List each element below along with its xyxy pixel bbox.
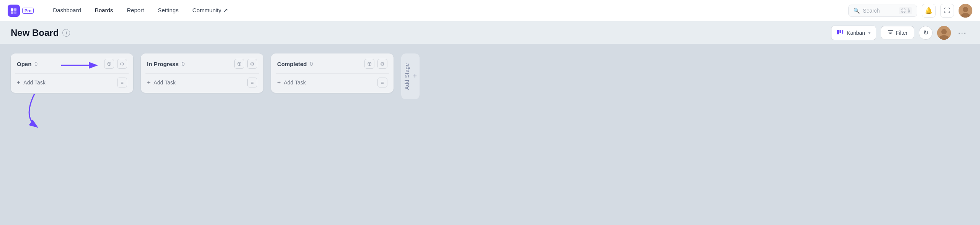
svg-point-5: [963, 7, 968, 12]
board-area: Open 0 ⊕ ⚙ + Add Task ≡ In Progress 0: [0, 44, 980, 225]
add-task-icon-button-in-progress[interactable]: ⊕: [234, 59, 244, 69]
svg-rect-9: [842, 30, 843, 34]
more-options-button[interactable]: ···: [956, 26, 969, 40]
app-logo[interactable]: [8, 5, 20, 17]
gear-icon: ⚙: [380, 61, 385, 67]
column-count-completed: 0: [310, 61, 313, 67]
plus-icon: +: [413, 72, 417, 80]
task-list-icon[interactable]: ≡: [117, 78, 127, 87]
add-stage-label: Add Stage: [404, 63, 410, 90]
add-task-left: + Add Task: [17, 79, 46, 86]
list-icon: ≡: [251, 80, 254, 86]
svg-rect-3: [14, 11, 16, 13]
column-title-completed: Completed: [277, 61, 307, 67]
column-header-completed: Completed 0 ⊕ ⚙: [271, 53, 394, 73]
gear-icon: ⚙: [120, 61, 124, 67]
nav-logo-area: Pro: [8, 5, 34, 17]
chevron-down-icon: ▾: [868, 30, 871, 36]
add-task-row-open[interactable]: + Add Task ≡: [11, 74, 133, 93]
sidebar-item-report[interactable]: Report: [120, 0, 151, 21]
sidebar-item-settings[interactable]: Settings: [151, 0, 185, 21]
plus-circle-icon: ⊕: [367, 60, 372, 67]
list-icon: ≡: [381, 80, 384, 86]
column-count-open: 0: [34, 61, 38, 67]
svg-rect-0: [11, 8, 13, 10]
column-header-open: Open 0 ⊕ ⚙: [11, 53, 133, 73]
settings-icon-button-in-progress[interactable]: ⚙: [247, 59, 257, 69]
add-stage-button[interactable]: + Add Stage: [401, 53, 420, 99]
kanban-icon: [837, 29, 844, 37]
refresh-button[interactable]: ↻: [919, 26, 933, 40]
column-title-open: Open: [17, 61, 31, 67]
task-list-icon[interactable]: ≡: [247, 78, 257, 87]
column-completed: Completed 0 ⊕ ⚙ + Add Task ≡: [271, 53, 394, 93]
navbar: Pro Dashboard Boards Report Settings Com…: [0, 0, 980, 21]
svg-rect-7: [837, 30, 839, 34]
user-avatar[interactable]: [937, 26, 951, 40]
svg-rect-8: [840, 30, 841, 33]
add-task-icon-button-completed[interactable]: ⊕: [364, 59, 374, 69]
nav-right: 🔍 Search ⌘ k 🔔 ⛶: [848, 4, 972, 18]
task-list-icon[interactable]: ≡: [377, 78, 387, 87]
view-kanban-button[interactable]: Kanban ▾: [831, 26, 876, 40]
gear-icon: ⚙: [250, 61, 255, 67]
add-task-label: Add Task: [284, 79, 305, 86]
plus-icon: +: [17, 79, 20, 86]
add-task-row-completed[interactable]: + Add Task ≡: [271, 74, 394, 93]
ellipsis-icon: ···: [958, 28, 967, 37]
pro-badge: Pro: [22, 8, 34, 14]
list-icon: ≡: [121, 80, 124, 86]
expand-button[interactable]: ⛶: [940, 4, 954, 18]
page-title: New Board i: [11, 28, 70, 38]
column-title-in-progress: In Progress: [147, 61, 179, 67]
search-shortcut: ⌘ k: [899, 7, 912, 14]
add-task-left: + Add Task: [147, 79, 176, 86]
filter-icon: [887, 29, 893, 36]
column-header-in-progress: In Progress 0 ⊕ ⚙: [141, 53, 263, 73]
plus-circle-icon: ⊕: [237, 60, 242, 67]
add-task-icon-button-open[interactable]: ⊕: [104, 59, 114, 69]
add-task-label: Add Task: [154, 79, 175, 86]
add-task-row-in-progress[interactable]: + Add Task ≡: [141, 74, 263, 93]
plus-icon: +: [277, 79, 281, 86]
add-stage-inner: + Add Stage: [404, 63, 417, 90]
add-task-left: + Add Task: [277, 79, 306, 86]
settings-icon-button-open[interactable]: ⚙: [117, 59, 127, 69]
column-count-in-progress: 0: [182, 61, 185, 67]
svg-rect-2: [11, 11, 13, 13]
search-box[interactable]: 🔍 Search ⌘ k: [848, 5, 917, 17]
page-header: New Board i Kanban ▾ Filter ↻: [0, 21, 980, 44]
expand-icon: ⛶: [944, 7, 950, 14]
avatar[interactable]: [959, 4, 972, 18]
info-icon-button[interactable]: i: [62, 29, 70, 37]
search-icon: 🔍: [853, 8, 860, 14]
sidebar-item-boards[interactable]: Boards: [88, 0, 120, 21]
header-right: Kanban ▾ Filter ↻ ···: [831, 26, 969, 40]
column-in-progress: In Progress 0 ⊕ ⚙ + Add Task ≡: [141, 53, 263, 93]
svg-rect-1: [14, 8, 16, 10]
settings-icon-button-completed[interactable]: ⚙: [377, 59, 387, 69]
svg-point-11: [941, 29, 947, 34]
plus-icon: +: [147, 79, 150, 86]
filter-button[interactable]: Filter: [881, 26, 914, 39]
sidebar-item-community[interactable]: Community ↗: [186, 0, 235, 21]
refresh-icon: ↻: [923, 29, 928, 36]
plus-circle-icon: ⊕: [107, 60, 112, 67]
notifications-button[interactable]: 🔔: [922, 4, 936, 18]
search-placeholder: Search: [863, 8, 880, 14]
add-task-label: Add Task: [23, 79, 45, 86]
bell-icon: 🔔: [925, 7, 933, 14]
column-open: Open 0 ⊕ ⚙ + Add Task ≡: [11, 53, 133, 93]
sidebar-item-dashboard[interactable]: Dashboard: [46, 0, 88, 21]
